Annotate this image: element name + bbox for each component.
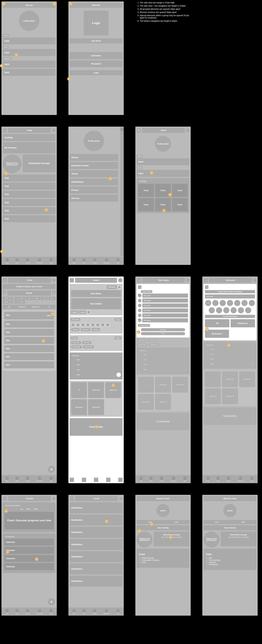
calendar[interactable]: Su 1M 2Tu 3W 4Th 5F 6Sa 7Su 8M 9Tu 10 <box>2 297 56 304</box>
notif-5[interactable]: Notification <box>70 551 122 562</box>
task-3[interactable]: Task <box>2 191 56 198</box>
add-icon[interactable]: Add <box>138 318 142 322</box>
action-5[interactable] <box>118 478 122 482</box>
photo[interactable]: photo <box>224 504 236 517</box>
name-input[interactable]: Input <box>136 158 190 165</box>
item-details[interactable]: Item Details <box>71 298 121 309</box>
notif-2[interactable]: Notification <box>70 514 122 526</box>
badge-1[interactable]: Badge <box>138 184 154 197</box>
privacy[interactable]: Privacy <box>70 186 118 194</box>
badge-4[interactable]: Badge <box>138 198 154 211</box>
name-input[interactable]: Input <box>2 38 56 44</box>
nav-timeline[interactable]: Timeline <box>92 258 97 264</box>
menu-icon[interactable]: ⋯ <box>2 128 7 132</box>
outcome-tabs[interactable]: AllOutcome 1Outcome 2▾ <box>2 305 56 309</box>
action-1[interactable] <box>70 478 74 482</box>
datetime[interactable]: Date/Time Format <box>70 162 118 169</box>
action-2[interactable] <box>82 478 86 482</box>
avatar[interactable] <box>186 129 190 132</box>
menu-icon[interactable]: ⋯ <box>70 496 74 501</box>
action-4[interactable] <box>106 478 110 482</box>
email-input[interactable]: Input <box>2 49 56 56</box>
notif-1[interactable]: Notification <box>70 502 122 513</box>
add-fab[interactable]: + <box>48 466 55 473</box>
outcome-tag[interactable]: Outcome <box>107 286 117 289</box>
add-icon[interactable]: Add <box>138 294 142 297</box>
theme[interactable]: Theme <box>70 170 118 177</box>
avatar[interactable] <box>186 278 190 282</box>
title: {Name}'s Stats <box>136 496 190 501</box>
item-2[interactable]: Item <box>4 320 54 328</box>
nav-stats[interactable]: Stats <box>116 258 120 264</box>
add-sub-icon[interactable] <box>116 372 121 377</box>
reminder-times[interactable] <box>71 323 121 327</box>
add-attachment[interactable]: + <box>71 382 87 398</box>
login-button[interactable]: Login <box>70 70 122 75</box>
notif-6[interactable]: Notification <box>70 563 122 574</box>
collapse-icon[interactable]: ⋯ <box>205 286 208 289</box>
email-input[interactable]: Input <box>136 170 190 177</box>
confirm-input[interactable]: Input <box>2 69 56 76</box>
avatar[interactable] <box>119 497 122 500</box>
add-label-icon[interactable] <box>87 310 90 314</box>
nav-today[interactable]: Today <box>6 258 9 264</box>
task-2[interactable]: Task <box>2 183 56 190</box>
menu-icon[interactable]: ⋯ <box>2 278 7 282</box>
item-4[interactable]: Item <box>4 337 54 344</box>
next-icon[interactable]: › <box>52 290 56 294</box>
nav-stats[interactable]: Stats <box>49 258 53 264</box>
password-input[interactable]: Password <box>70 60 122 67</box>
item-3[interactable]: Item <box>4 329 54 336</box>
forecast: Wx Forecast <box>2 142 56 153</box>
nav-tasks[interactable]: Tasks <box>16 258 19 264</box>
task-1[interactable]: Task <box>2 174 56 182</box>
prev-icon[interactable]: ‹ <box>2 290 6 294</box>
avatar[interactable] <box>118 278 122 282</box>
nav-notifications[interactable]: Notifications <box>36 258 43 264</box>
avatar[interactable] <box>52 497 56 500</box>
avatar[interactable] <box>52 129 56 132</box>
back-icon[interactable]: ⋯ <box>136 278 141 282</box>
back-icon[interactable] <box>70 278 74 282</box>
photo[interactable]: photo <box>156 504 170 517</box>
nav-today[interactable]: Today <box>72 258 76 264</box>
profile-photo[interactable]: Profile photo <box>155 136 171 152</box>
history[interactable]: History <box>70 154 118 161</box>
badge-6[interactable]: Badge <box>172 198 188 211</box>
action-3[interactable] <box>94 478 98 482</box>
task-4[interactable]: Task <box>2 199 56 206</box>
create-button[interactable]: Create & Explore your to-dos <box>2 284 56 289</box>
nav-notifications[interactable]: Notifications <box>103 258 110 264</box>
menu-icon[interactable]: ≡ <box>136 128 141 132</box>
item-name[interactable]: Item Name <box>71 290 121 297</box>
profile-photo[interactable]: Profile photo <box>84 131 104 151</box>
month[interactable]: Month <box>7 290 51 296</box>
menu-icon[interactable]: ⋯ <box>2 496 7 501</box>
notif-7[interactable]: Notification <box>70 576 122 587</box>
avatar[interactable] <box>52 278 56 282</box>
collapse-icon[interactable]: ⋯ <box>138 286 142 289</box>
toggle[interactable]: Toggle <box>114 318 121 321</box>
item-6[interactable]: Item <box>4 353 54 360</box>
outcome-color[interactable] <box>118 286 121 289</box>
toggle[interactable]: Toggle <box>114 337 121 340</box>
badge-3[interactable]: Badge <box>172 184 188 197</box>
item-7[interactable]: Item <box>4 361 54 368</box>
notif-3[interactable]: Notification <box>70 527 122 538</box>
notif-4[interactable]: Notification <box>70 539 122 550</box>
drawer-peek[interactable] <box>120 126 124 256</box>
nav-timeline[interactable]: Timeline <box>26 258 30 264</box>
avatar[interactable] <box>120 128 124 131</box>
title: {Name}'s Stats <box>204 496 256 501</box>
profile-photo[interactable]: Profile photo <box>19 10 39 31</box>
security[interactable]: Security <box>70 195 118 202</box>
add-fab[interactable]: + <box>48 598 55 606</box>
item-5[interactable]: Item <box>4 345 54 352</box>
nav-tasks[interactable]: Tasks <box>82 258 86 264</box>
task-6[interactable]: Task <box>2 215 56 222</box>
item-1[interactable]: ItemLabel <box>4 312 54 320</box>
back-icon[interactable]: ⋯ <box>204 278 208 282</box>
username-input[interactable]: Username <box>70 52 122 59</box>
avatar[interactable] <box>253 278 256 282</box>
password-input[interactable]: Input <box>2 61 56 68</box>
